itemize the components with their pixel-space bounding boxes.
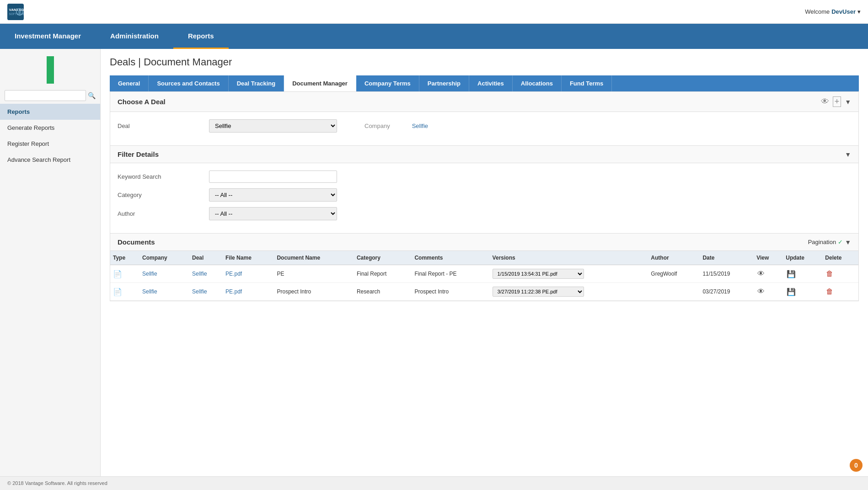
keyword-label: Keyword Search	[118, 173, 209, 180]
row1-company: Sellfie	[139, 265, 189, 283]
row2-filename: PE.pdf	[223, 283, 274, 301]
nav-administration[interactable]: Administration	[96, 24, 173, 49]
keyword-input[interactable]	[209, 170, 337, 183]
pagination-check-icon: ✓	[838, 239, 843, 245]
row2-view-icon[interactable]: 👁	[757, 288, 765, 295]
copyright: © 2018 Vantage Software. All rights rese…	[7, 480, 107, 486]
filter-details-title: Filter Details	[118, 150, 159, 158]
row1-deal-link[interactable]: Sellfie	[192, 271, 207, 277]
col-deal: Deal	[189, 251, 223, 265]
row1-filename-link[interactable]: PE.pdf	[225, 271, 242, 277]
col-versions: Versions	[490, 251, 648, 265]
row1-update[interactable]: 💾	[783, 265, 822, 283]
row2-deal-link[interactable]: Sellfie	[192, 288, 207, 295]
plus-icon[interactable]: +	[833, 96, 841, 107]
tabs: General Sources and Contacts Deal Tracki…	[110, 75, 859, 91]
row2-update[interactable]: 💾	[783, 283, 822, 301]
table-row: 📄 Sellfie Sellfie PE.pdf PE	[110, 265, 858, 283]
tab-document-manager[interactable]: Document Manager	[284, 75, 356, 91]
nav-reports[interactable]: Reports	[173, 24, 229, 49]
category-label: Category	[118, 192, 209, 198]
search-icon[interactable]: 🔍	[88, 92, 96, 99]
tab-allocations[interactable]: Allocations	[513, 75, 562, 91]
row2-update-icon[interactable]: 💾	[787, 288, 796, 296]
tab-sources-contacts[interactable]: Sources and Contacts	[149, 75, 228, 91]
username: DevUser	[831, 8, 856, 15]
filter-details-body: Keyword Search Category -- All -- Author…	[110, 163, 858, 233]
row2-company: Sellfie	[139, 283, 189, 301]
sidebar-item-reports[interactable]: Reports	[0, 104, 100, 120]
documents-table: Type Company Deal File Name Document Nam…	[110, 251, 858, 301]
docs-chevron-icon[interactable]: ▼	[845, 239, 851, 246]
user-info[interactable]: Welcome DevUser ▾	[805, 8, 861, 15]
sidebar: 🔍 Reports Generate Reports Register Repo…	[0, 49, 101, 476]
col-delete: Delete	[822, 251, 858, 265]
row1-update-icon[interactable]: 💾	[787, 270, 796, 278]
col-view: View	[754, 251, 783, 265]
filter-chevron-icon[interactable]: ▼	[845, 151, 851, 158]
logo: VANTAGE SOFTWARE	[7, 4, 24, 20]
col-filename: File Name	[223, 251, 274, 265]
author-select[interactable]: -- All --	[209, 207, 337, 220]
choose-a-deal-body: Deal Sellfie Company Sellfie	[110, 112, 858, 145]
row1-date: 11/15/2019	[700, 265, 754, 283]
nav-bar: Investment Manager Administration Report…	[0, 24, 868, 49]
pagination-label: Pagination	[808, 239, 836, 245]
row1-type: 📄	[110, 265, 139, 283]
tab-partnership[interactable]: Partnership	[419, 75, 469, 91]
tab-general[interactable]: General	[110, 75, 149, 91]
row1-view[interactable]: 👁	[754, 265, 783, 283]
row2-type: 📄	[110, 283, 139, 301]
row2-company-link[interactable]: Sellfie	[142, 288, 157, 295]
row2-docname: Prospect Intro	[274, 283, 354, 301]
nav-investment-manager[interactable]: Investment Manager	[0, 24, 96, 49]
row1-delete-icon[interactable]: 🗑	[826, 270, 833, 277]
deal-row: Deal Sellfie Company Sellfie	[118, 119, 851, 133]
row2-view[interactable]: 👁	[754, 283, 783, 301]
pdf-icon: 📄	[113, 288, 122, 296]
sidebar-item-register-report[interactable]: Register Report	[0, 136, 100, 152]
sidebar-search-input[interactable]	[5, 90, 86, 101]
choose-a-deal-header: Choose A Deal 👁 + ▼	[110, 92, 858, 112]
welcome-label: Welcome	[805, 8, 830, 15]
notification-badge[interactable]: 0	[850, 459, 863, 472]
tab-deal-tracking[interactable]: Deal Tracking	[229, 75, 284, 91]
row2-deal: Sellfie	[189, 283, 223, 301]
main-layout: 🔍 Reports Generate Reports Register Repo…	[0, 49, 868, 476]
pagination-area: Pagination ✓ ▼	[808, 239, 851, 246]
row2-versions: 3/27/2019 11:22:38 PE.pdf	[490, 283, 648, 301]
documents-header: Documents Pagination ✓ ▼	[110, 234, 858, 251]
sidebar-item-advance-search-report[interactable]: Advance Search Report	[0, 152, 100, 168]
row1-author: GregWoolf	[648, 265, 700, 283]
filter-details-header: Filter Details ▼	[110, 146, 858, 163]
author-label: Author	[118, 210, 209, 217]
col-update: Update	[783, 251, 822, 265]
row2-filename-link[interactable]: PE.pdf	[225, 288, 242, 295]
row2-category: Research	[354, 283, 412, 301]
sidebar-search-container: 🔍	[0, 87, 100, 104]
tab-fund-terms[interactable]: Fund Terms	[562, 75, 612, 91]
row1-delete[interactable]: 🗑	[822, 265, 858, 283]
sidebar-item-generate-reports[interactable]: Generate Reports	[0, 120, 100, 136]
tab-activities[interactable]: Activities	[469, 75, 513, 91]
row2-delete[interactable]: 🗑	[822, 283, 858, 301]
deal-select[interactable]: Sellfie	[209, 119, 337, 133]
documents-section: Documents Pagination ✓ ▼ Type Company De…	[110, 234, 859, 301]
row1-version-select[interactable]: 1/15/2019 13:54:31 PE.pdf	[493, 269, 584, 279]
user-dropdown-icon[interactable]: ▾	[857, 8, 861, 15]
row2-version-select[interactable]: 3/27/2019 11:22:38 PE.pdf	[493, 287, 584, 297]
row2-delete-icon[interactable]: 🗑	[826, 288, 833, 295]
category-row: Category -- All --	[118, 188, 851, 202]
table-row: 📄 Sellfie Sellfie PE.pdf Prospect Intro	[110, 283, 858, 301]
row1-category: Final Report	[354, 265, 412, 283]
choose-a-deal-title: Choose A Deal	[118, 98, 166, 106]
eye-icon[interactable]: 👁	[821, 97, 829, 107]
category-select[interactable]: -- All --	[209, 188, 337, 202]
col-company: Company	[139, 251, 189, 265]
col-docname: Document Name	[274, 251, 354, 265]
tab-company-terms[interactable]: Company Terms	[356, 75, 419, 91]
row1-view-icon[interactable]: 👁	[757, 270, 765, 277]
chevron-down-icon[interactable]: ▼	[845, 98, 851, 106]
row1-company-link[interactable]: Sellfie	[142, 271, 157, 277]
row1-versions: 1/15/2019 13:54:31 PE.pdf	[490, 265, 648, 283]
